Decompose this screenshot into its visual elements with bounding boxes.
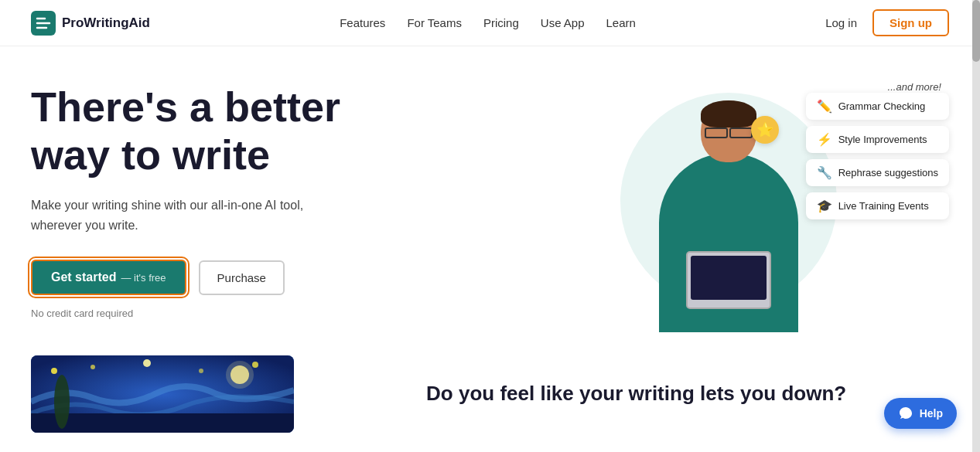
help-button[interactable]: Help	[884, 398, 957, 429]
hero-buttons: Get started — it's free Purchase	[31, 260, 493, 295]
svg-point-2	[51, 368, 57, 374]
svg-point-3	[90, 365, 95, 369]
nav-use-app[interactable]: Use App	[541, 16, 585, 29]
section2-right: Do you feel like your writing lets you d…	[426, 355, 949, 433]
logo-icon	[31, 11, 56, 36]
scrollbar[interactable]	[972, 0, 980, 452]
pill-training: 🎓 Live Training Events	[806, 192, 949, 219]
purchase-button[interactable]: Purchase	[199, 260, 285, 295]
hero-right: ⭐ ...and more! ✏️ Grammar Checking ⚡ Sty…	[508, 70, 949, 332]
grammar-icon: ✏️	[817, 99, 832, 114]
hero-title: There's a better way to write	[31, 83, 493, 178]
art-svg	[31, 355, 294, 433]
free-label: — it's free	[121, 272, 166, 284]
pill-style-label: Style Improvements	[838, 134, 927, 145]
pill-grammar-label: Grammar Checking	[838, 100, 926, 112]
svg-point-8	[226, 361, 254, 389]
pill-style: ⚡ Style Improvements	[806, 126, 949, 153]
hero-title-line1: There's a better	[31, 83, 340, 130]
star-icon: ⭐	[756, 121, 773, 138]
person-illustration	[644, 100, 814, 332]
section2: Do you feel like your writing lets you d…	[0, 355, 980, 433]
star-badge: ⭐	[751, 116, 779, 144]
feature-pills: ✏️ Grammar Checking ⚡ Style Improvements…	[806, 93, 949, 219]
svg-point-4	[143, 359, 151, 367]
svg-point-5	[199, 369, 203, 373]
get-started-button[interactable]: Get started — it's free	[31, 260, 186, 295]
pill-grammar: ✏️ Grammar Checking	[806, 93, 949, 120]
signup-button[interactable]: Sign up	[872, 9, 949, 36]
get-started-label: Get started	[51, 270, 116, 284]
hero-section: There's a better way to write Make your …	[0, 46, 980, 332]
pill-rephrase-label: Rephrase suggestions	[838, 167, 938, 178]
nav-pricing[interactable]: Pricing	[483, 16, 519, 29]
scrollbar-thumb[interactable]	[972, 0, 980, 62]
hero-left: There's a better way to write Make your …	[31, 83, 508, 319]
svg-point-10	[54, 375, 70, 429]
nav-right: Log in Sign up	[825, 9, 949, 36]
no-credit-text: No credit card required	[31, 308, 493, 319]
hero-subtitle: Make your writing shine with our all-in-…	[31, 195, 340, 235]
brand-name: ProWritingAid	[62, 15, 150, 31]
style-icon: ⚡	[817, 132, 832, 147]
svg-rect-9	[31, 413, 294, 433]
and-more-text: ...and more!	[888, 81, 941, 93]
nav-for-teams[interactable]: For Teams	[407, 16, 462, 29]
nav-links: Features For Teams Pricing Use App Learn	[340, 16, 636, 30]
section2-image	[31, 355, 380, 433]
pill-training-label: Live Training Events	[838, 200, 929, 212]
logo-link[interactable]: ProWritingAid	[31, 11, 150, 36]
nav-learn[interactable]: Learn	[606, 16, 636, 29]
pill-rephrase: 🔧 Rephrase suggestions	[806, 159, 949, 186]
section2-title: Do you feel like your writing lets you d…	[426, 381, 949, 407]
nav-features[interactable]: Features	[340, 16, 385, 29]
rephrase-icon: 🔧	[817, 165, 832, 180]
login-link[interactable]: Log in	[825, 16, 857, 29]
starry-night-image	[31, 355, 294, 433]
hero-title-line2: way to write	[31, 131, 270, 178]
help-label: Help	[920, 407, 943, 420]
chat-icon	[898, 406, 913, 421]
training-icon: 🎓	[817, 199, 832, 213]
svg-point-6	[252, 362, 258, 368]
main-nav: ProWritingAid Features For Teams Pricing…	[0, 0, 980, 46]
